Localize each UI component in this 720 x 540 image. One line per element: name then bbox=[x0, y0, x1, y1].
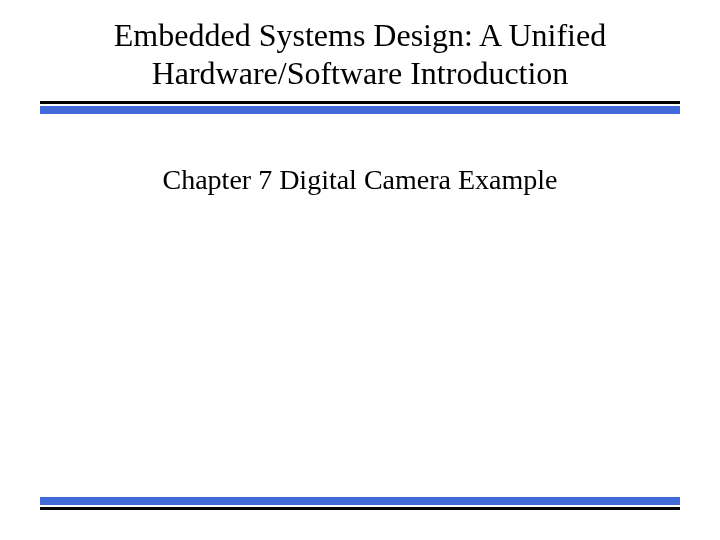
slide-subtitle: Chapter 7 Digital Camera Example bbox=[60, 164, 660, 196]
divider-line-black bbox=[40, 507, 680, 510]
subtitle-area: Chapter 7 Digital Camera Example bbox=[0, 114, 720, 196]
divider-line-black bbox=[40, 101, 680, 104]
slide-title: Embedded Systems Design: A Unified Hardw… bbox=[40, 16, 680, 93]
slide-header: Embedded Systems Design: A Unified Hardw… bbox=[0, 0, 720, 114]
divider-bottom bbox=[40, 497, 680, 510]
divider-top bbox=[40, 101, 680, 114]
divider-line-blue bbox=[40, 497, 680, 505]
divider-line-blue bbox=[40, 106, 680, 114]
slide: Embedded Systems Design: A Unified Hardw… bbox=[0, 0, 720, 540]
